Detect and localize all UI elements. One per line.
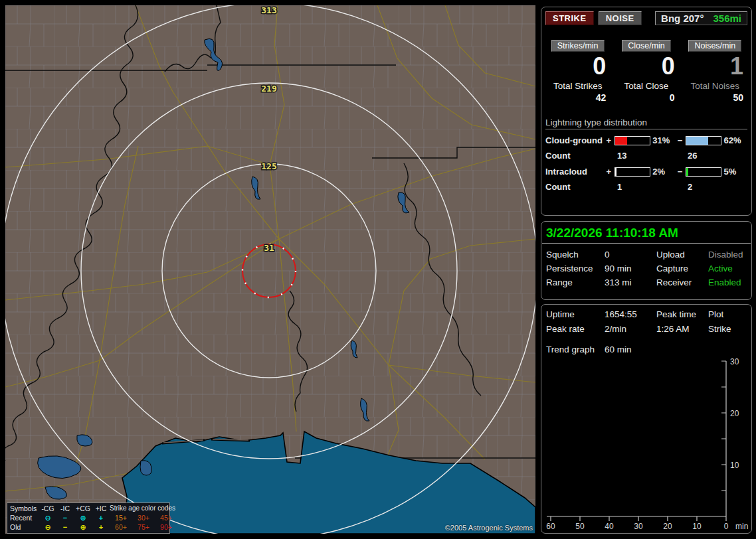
bearing-readout: Bng 207°356mi — [655, 11, 747, 25]
strike-symbol-legend: Symbols -CG -IC +CG +IC Strike age color… — [7, 502, 170, 534]
x-tick-0: 0 — [724, 522, 729, 531]
legend-col-pcg: +CG — [74, 504, 92, 513]
receiver-label: Receiver — [656, 277, 708, 287]
map-canvas: 313 219 125 31 — [5, 5, 535, 534]
noises-per-min-badge: Noises/min — [688, 40, 741, 52]
ic-plus-bar — [614, 167, 650, 177]
age-90: 90+ — [155, 522, 177, 532]
total-close-value: 0 — [615, 92, 677, 103]
bearing-distance: 356mi — [713, 13, 741, 24]
cloud-ground-label: Cloud-ground — [545, 135, 605, 145]
legend-row-old-label: Old — [10, 522, 39, 532]
recent-pcg-icon: ⊕ — [74, 513, 92, 522]
total-strikes-value: 42 — [547, 92, 609, 103]
cloud-ground-row: Cloud-ground + 31% − 62% — [541, 129, 751, 145]
close-per-min-badge: Close/min — [622, 40, 671, 52]
ic-minus-bar-fill — [686, 168, 688, 176]
total-noises-value: 50 — [684, 92, 746, 103]
range-value: 313 mi — [605, 277, 656, 287]
legend-col-ncg: -CG — [39, 504, 56, 513]
recent-pic-icon: + — [92, 513, 110, 522]
cg-minus-bar-fill — [686, 137, 708, 145]
plus-sign: + — [605, 135, 613, 145]
strike-toggle-button[interactable]: STRIKE — [545, 11, 594, 25]
cg-minus-pct: 62% — [723, 135, 747, 145]
cloud-ground-count-row: Count 13 26 — [541, 145, 751, 161]
ic-minus-bar — [686, 167, 721, 177]
close-per-min-value: 0 — [615, 53, 677, 80]
receiver-status: Enabled — [708, 277, 751, 287]
ic-minus-pct: 5% — [723, 167, 747, 177]
cg-plus-bar — [614, 136, 650, 145]
age-75: 75+ — [132, 522, 155, 532]
squelch-label: Squelch — [546, 250, 605, 260]
x-tick-60: 60 — [546, 522, 555, 531]
total-strikes-label: Total Strikes — [547, 81, 609, 91]
intracloud-count-row: Count 1 2 — [541, 177, 751, 192]
capture-status: Active — [708, 264, 751, 273]
cg-minus-count: 26 — [680, 151, 697, 161]
noises-counter: Noises/min 1 Total Noises 50 — [684, 40, 746, 103]
old-ncg-icon: ⊖ — [39, 522, 56, 532]
cg-plus-count: 13 — [609, 151, 680, 161]
date-time-display: 3/22/2026 11:10:18 AM — [542, 222, 751, 244]
cg-count-label: Count — [545, 151, 609, 161]
legend-row-recent-label: Recent — [10, 513, 39, 522]
strikes-per-min-value: 0 — [547, 53, 609, 80]
y-tick-30: 30 — [730, 357, 739, 366]
y-tick-10: 10 — [730, 461, 739, 470]
legend-col-pic: +IC — [92, 504, 110, 513]
lightning-map[interactable]: 313 219 125 31 Symbols -CG -IC +CG +IC S… — [5, 5, 535, 534]
x-tick-10: 10 — [692, 522, 702, 531]
age-15: 15+ — [110, 513, 132, 522]
ic-plus-bar-fill — [615, 168, 616, 176]
ring-label-31: 31 — [264, 243, 274, 253]
x-tick-40: 40 — [605, 522, 614, 531]
cg-plus-pct: 31% — [652, 135, 676, 145]
strikes-counter: Strikes/min 0 Total Strikes 42 — [547, 40, 609, 103]
squelch-value: 0 — [605, 250, 656, 260]
ring-label-219: 219 — [261, 84, 276, 94]
cg-minus-bar — [686, 136, 721, 145]
old-pic-icon: + — [92, 522, 110, 532]
ic-plus-count: 1 — [609, 182, 680, 192]
copyright-text: ©2005 Astrogenic Systems — [445, 524, 533, 532]
strikes-per-min-badge: Strikes/min — [551, 40, 605, 52]
ring-label-313: 313 — [261, 5, 276, 15]
capture-label: Capture — [656, 264, 708, 273]
cg-plus-bar-fill — [615, 137, 627, 145]
age-60: 60+ — [110, 522, 132, 532]
age-30: 30+ — [132, 513, 155, 522]
trend-panel: Uptime 1654:55 Peak time Plot Peak rate … — [541, 304, 752, 534]
intracloud-label: Intracloud — [545, 167, 605, 177]
upload-label: Upload — [656, 250, 708, 260]
legend-col-nic: -IC — [56, 504, 74, 513]
ring-label-125: 125 — [261, 161, 276, 171]
persistence-label: Persistence — [546, 264, 605, 273]
recent-ncg-icon: ⊖ — [39, 513, 56, 522]
old-nic-icon: − — [56, 522, 74, 532]
ic-count-label: Count — [545, 182, 609, 192]
age-45: 45+ — [155, 513, 177, 522]
range-label: Range — [546, 277, 605, 287]
noise-toggle-button[interactable]: NOISE — [599, 11, 642, 25]
close-counter: Close/min 0 Total Close 0 — [615, 40, 677, 103]
old-pcg-icon: ⊕ — [74, 522, 92, 532]
trend-graph: 30 20 10 60 50 40 30 20 10 0 min — [541, 305, 753, 533]
persistence-value: 90 min — [605, 264, 656, 273]
total-noises-label: Total Noises — [684, 81, 746, 91]
distribution-title: Lightning type distribution — [545, 117, 747, 129]
intracloud-row: Intracloud + 2% − 5% — [541, 161, 751, 177]
y-tick-20: 20 — [730, 409, 739, 418]
noises-per-min-value: 1 — [684, 53, 746, 80]
minus-sign: − — [676, 167, 684, 177]
strike-counters-panel: STRIKE NOISE Bng 207°356mi Strikes/min 0… — [541, 7, 752, 216]
status-panel: 3/22/2026 11:10:18 AM Squelch 0 Upload D… — [541, 221, 752, 300]
ic-plus-pct: 2% — [652, 167, 676, 177]
ic-minus-count: 2 — [680, 182, 692, 192]
x-tick-20: 20 — [663, 522, 672, 531]
bearing-value: Bng 207° — [661, 13, 704, 24]
x-tick-50: 50 — [575, 522, 585, 531]
total-close-label: Total Close — [615, 81, 677, 91]
x-tick-30: 30 — [634, 522, 643, 531]
